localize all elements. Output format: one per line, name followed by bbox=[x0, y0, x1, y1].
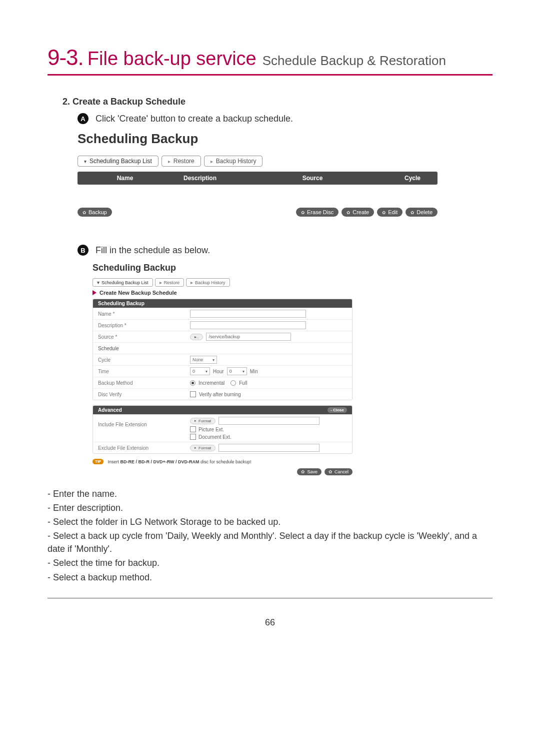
time-min-label: Min bbox=[250, 369, 258, 374]
name-input[interactable] bbox=[190, 310, 306, 318]
red-arrow-icon bbox=[92, 290, 96, 295]
button-label: Delete bbox=[416, 209, 432, 215]
chevron-right-icon bbox=[190, 280, 193, 285]
chevron-down-icon bbox=[242, 369, 244, 374]
time-min-select[interactable]: 0 bbox=[227, 367, 247, 375]
shot2-button-row: Save Cancel bbox=[92, 468, 352, 475]
shot1-table-header: Name Description Source Cycle bbox=[78, 172, 438, 185]
gear-icon bbox=[82, 209, 86, 215]
gear-icon bbox=[301, 209, 305, 215]
cycle-select-value: None bbox=[192, 357, 204, 362]
browse-button[interactable]: ▸.. bbox=[190, 334, 203, 340]
tab-label: Backup History bbox=[216, 158, 256, 165]
picture-ext-checkbox[interactable] bbox=[190, 426, 196, 432]
shot1-button-row: Backup Erase Disc Create Edit Delete bbox=[78, 208, 438, 217]
chevron-right-icon bbox=[168, 158, 170, 165]
radio-incremental[interactable] bbox=[190, 380, 196, 386]
row-include-ext: Include File Extension ▸ Format Picture … bbox=[93, 414, 352, 442]
tab2-scheduling-backup-list[interactable]: Scheduling Backup List bbox=[92, 278, 153, 287]
button-label: Edit bbox=[388, 209, 398, 215]
include-format-button[interactable]: ▸ Format bbox=[190, 418, 216, 424]
tip-suffix: disc for schedule backup! bbox=[200, 459, 252, 464]
chevron-down-icon bbox=[84, 158, 86, 165]
tip-badge: TIP bbox=[92, 459, 104, 464]
row-name: Name * bbox=[93, 308, 352, 319]
tab2-backup-history[interactable]: Backup History bbox=[186, 278, 230, 287]
body-line: - Select the folder in LG Network Storag… bbox=[48, 515, 492, 528]
button-label: Erase Disc bbox=[307, 209, 334, 215]
step2-heading: 2. Create a Backup Schedule bbox=[62, 97, 492, 107]
title-dot: . bbox=[78, 45, 84, 70]
row-disc-verify: Disc Verify Verify after burning bbox=[93, 388, 352, 400]
source-input-value: /service/backup bbox=[208, 334, 240, 339]
verify-checkbox[interactable] bbox=[190, 391, 196, 397]
row-exclude-ext: Exclude File Extension ▸ Format bbox=[93, 442, 352, 453]
source-input[interactable]: /service/backup bbox=[206, 333, 291, 341]
document-ext-checkbox[interactable] bbox=[190, 434, 196, 440]
col-description: Description bbox=[168, 175, 232, 182]
button-label: Cancel bbox=[334, 469, 348, 474]
tip-text: Insert BD-RE / BD-R / DVD+-RW / DVD-RAM … bbox=[108, 459, 251, 464]
label-exclude-ext: Exclude File Extension bbox=[93, 443, 188, 453]
tab-label: Scheduling Backup List bbox=[90, 158, 152, 165]
label-time: Time bbox=[93, 367, 188, 376]
shot2-subhead: Create New Backup Schedule bbox=[92, 290, 352, 296]
edit-button[interactable]: Edit bbox=[377, 208, 402, 217]
shot1-table-body-empty bbox=[78, 185, 438, 205]
screenshot-scheduling-backup-list: Scheduling Backup Scheduling Backup List… bbox=[78, 131, 438, 217]
label-backup-method: Backup Method bbox=[93, 378, 188, 388]
screenshot-create-new-backup-schedule: Scheduling Backup Scheduling Backup List… bbox=[92, 263, 352, 475]
body-line: - Enter description. bbox=[48, 501, 492, 514]
letter-b-icon: B bbox=[78, 245, 88, 256]
exclude-format-button[interactable]: ▸ Format bbox=[190, 445, 216, 451]
step2-a-text: Click 'Create' button to create a backup… bbox=[96, 114, 293, 124]
panel2-close-button[interactable]: - Close bbox=[328, 407, 347, 413]
shot1-heading: Scheduling Backup bbox=[78, 131, 438, 147]
shot2-heading: Scheduling Backup bbox=[92, 263, 352, 273]
shot2-subhead-text: Create New Backup Schedule bbox=[100, 290, 177, 296]
step2-b-line: B Fill in the schedule as below. bbox=[78, 245, 492, 256]
radio-incremental-label: Incremental bbox=[198, 380, 224, 386]
time-hour-value: 0 bbox=[192, 369, 195, 374]
col-name: Name bbox=[82, 175, 168, 182]
tab-label: Restore bbox=[174, 158, 194, 165]
time-hour-label: Hour bbox=[213, 369, 224, 374]
cycle-select[interactable]: None bbox=[190, 356, 217, 364]
tab2-restore[interactable]: Restore bbox=[155, 278, 184, 287]
tab-restore[interactable]: Restore bbox=[162, 156, 201, 167]
description-input[interactable] bbox=[190, 321, 306, 329]
button-label: Save bbox=[307, 469, 318, 474]
panel1-head: Scheduling Backup bbox=[93, 299, 352, 308]
erase-disc-button[interactable]: Erase Disc bbox=[296, 208, 338, 217]
label-disc-verify: Disc Verify bbox=[93, 390, 188, 399]
row-backup-method: Backup Method Incremental Full bbox=[93, 377, 352, 388]
panel2-title: Advanced bbox=[98, 407, 122, 413]
step2-a-line: A Click 'Create' button to create a back… bbox=[78, 113, 492, 124]
tip-row: TIP Insert BD-RE / BD-R / DVD+-RW / DVD-… bbox=[92, 459, 352, 464]
cancel-button[interactable]: Cancel bbox=[324, 468, 352, 475]
radio-full[interactable] bbox=[230, 380, 236, 386]
save-button[interactable]: Save bbox=[297, 468, 322, 475]
tab-scheduling-backup-list[interactable]: Scheduling Backup List bbox=[78, 156, 158, 167]
chevron-down-icon bbox=[212, 357, 214, 362]
title-number-text: 9-3 bbox=[48, 45, 78, 70]
radio-full-label: Full bbox=[239, 380, 247, 386]
title-number: 9-3. bbox=[48, 45, 84, 70]
chevron-down-icon bbox=[97, 280, 100, 285]
page-number: 66 bbox=[48, 617, 492, 628]
body-instructions: - Enter the name. - Enter description. -… bbox=[48, 487, 492, 584]
include-ext-input[interactable] bbox=[218, 417, 320, 425]
button-label: Create bbox=[352, 209, 369, 215]
create-button[interactable]: Create bbox=[342, 208, 374, 217]
tab-backup-history[interactable]: Backup History bbox=[204, 156, 263, 167]
button-label: Backup bbox=[88, 209, 107, 215]
step2-b-text: Fill in the schedule as below. bbox=[96, 245, 210, 256]
col-source: Source bbox=[232, 175, 392, 182]
delete-button[interactable]: Delete bbox=[406, 208, 438, 217]
chevron-right-icon bbox=[160, 280, 162, 285]
gear-icon bbox=[301, 469, 305, 474]
exclude-ext-input[interactable] bbox=[218, 444, 320, 452]
time-hour-select[interactable]: 0 bbox=[190, 367, 210, 375]
gear-icon bbox=[410, 209, 414, 215]
backup-button[interactable]: Backup bbox=[78, 208, 112, 217]
